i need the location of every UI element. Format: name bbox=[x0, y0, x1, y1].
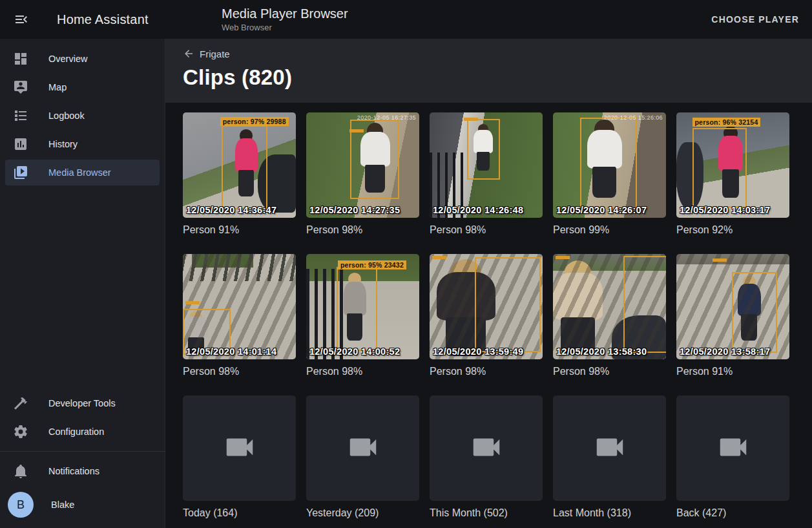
folder-thumbnail bbox=[430, 396, 543, 501]
hammer-icon bbox=[13, 396, 28, 411]
clip-timestamp-overlay: 12/05/2020 14:27:35 bbox=[309, 205, 400, 215]
dialog-title: Media Player Browser bbox=[222, 6, 348, 21]
sidebar-item-notifications[interactable]: Notifications bbox=[5, 458, 160, 484]
clip-timestamp-overlay: 12/05/2020 14:26:48 bbox=[433, 205, 523, 215]
clip-thumbnail: 12/05/2020 13:58:17 bbox=[676, 254, 789, 359]
detection-bounding-box bbox=[475, 257, 541, 352]
clip-card[interactable]: person: 95% 2343212/05/2020 14:00:52Pers… bbox=[306, 254, 419, 381]
breadcrumb-back[interactable]: Frigate bbox=[183, 48, 230, 59]
clip-label: Person 98% bbox=[553, 366, 666, 381]
folder-label: Back (427) bbox=[676, 507, 789, 523]
detection-bounding-box bbox=[692, 128, 747, 207]
clip-label: Person 98% bbox=[183, 366, 296, 381]
folder-label: Yesterday (209) bbox=[306, 507, 419, 523]
clip-timestamp-overlay: 12/05/2020 13:59:49 bbox=[433, 346, 523, 357]
gear-icon bbox=[13, 424, 28, 439]
clip-thumbnail: 2020-12-05 16:27:3512/05/2020 14:27:35 bbox=[306, 112, 419, 218]
clip-card[interactable]: 12/05/2020 14:01:14Person 98% bbox=[183, 254, 296, 381]
logbook-list-icon bbox=[13, 108, 28, 123]
clip-timestamp-overlay: 12/05/2020 14:36:47 bbox=[186, 205, 276, 215]
sidebar: OverviewMapLogbookHistoryMedia Browser D… bbox=[0, 39, 165, 528]
breadcrumb-label: Frigate bbox=[200, 48, 230, 59]
clip-timestamp-overlay: 12/05/2020 14:03:17 bbox=[680, 205, 770, 215]
folder-thumbnail bbox=[183, 396, 296, 501]
sidebar-item-logbook[interactable]: Logbook bbox=[5, 103, 160, 129]
dialog-header: Media Player Browser Web Browser bbox=[222, 6, 348, 32]
folder-label: This Month (502) bbox=[430, 507, 543, 523]
clip-thumbnail: 12/05/2020 14:26:48 bbox=[430, 112, 543, 218]
page-title: Clips (820) bbox=[183, 65, 795, 90]
dashboard-icon bbox=[13, 51, 28, 67]
scene-shape bbox=[183, 254, 296, 281]
clip-thumbnail: 12/05/2020 13:58:30 bbox=[553, 254, 666, 359]
clip-card[interactable]: person: 96% 3215412/05/2020 14:03:17Pers… bbox=[676, 112, 789, 240]
video-camera-icon bbox=[346, 430, 380, 467]
sidebar-item-overview[interactable]: Overview bbox=[5, 46, 160, 72]
sidebar-item-map[interactable]: Map bbox=[5, 74, 160, 100]
folder-label: Today (164) bbox=[183, 507, 296, 523]
clip-card[interactable]: 12/05/2020 13:58:17Person 91% bbox=[676, 254, 789, 381]
clip-thumbnail: 12/05/2020 14:01:14 bbox=[183, 254, 296, 359]
video-camera-icon bbox=[592, 430, 627, 467]
clip-card[interactable]: 12/05/2020 14:26:48Person 98% bbox=[430, 112, 543, 240]
folder-card[interactable]: Today (164) bbox=[183, 396, 296, 523]
user-avatar: B bbox=[8, 492, 34, 518]
clip-label: Person 98% bbox=[430, 366, 543, 381]
clip-label: Person 98% bbox=[430, 224, 543, 240]
media-grid: person: 97% 2998812/05/2020 14:36:47Pers… bbox=[165, 103, 812, 528]
content-header: Frigate Clips (820) bbox=[165, 39, 812, 103]
clip-timestamp-overlay: 12/05/2020 14:01:14 bbox=[186, 346, 276, 357]
detection-bounding-box bbox=[623, 256, 667, 353]
history-chart-icon bbox=[13, 136, 28, 152]
clip-card[interactable]: 12/05/2020 13:59:49Person 98% bbox=[430, 254, 543, 381]
clip-label: Person 91% bbox=[183, 224, 296, 240]
clip-thumbnail: person: 97% 2998812/05/2020 14:36:47 bbox=[183, 112, 296, 218]
clip-label: Person 98% bbox=[306, 224, 419, 240]
folder-thumbnail bbox=[676, 396, 789, 501]
clip-thumbnail: person: 96% 3215412/05/2020 14:03:17 bbox=[676, 112, 789, 218]
arrow-left-icon bbox=[183, 48, 194, 59]
folder-thumbnail bbox=[306, 396, 419, 501]
sidebar-toggle-button[interactable] bbox=[14, 12, 29, 27]
clip-label: Person 92% bbox=[676, 224, 789, 240]
clip-card[interactable]: 2020-12-05 15:26:0612/05/2020 14:26:07Pe… bbox=[553, 112, 666, 240]
clip-card[interactable]: 2020-12-05 16:27:3512/05/2020 14:27:35Pe… bbox=[306, 112, 419, 240]
detection-mini-chip bbox=[432, 256, 446, 259]
scene-shape bbox=[192, 254, 253, 268]
clip-thumbnail: 2020-12-05 15:26:0612/05/2020 14:26:07 bbox=[553, 112, 666, 218]
sidebar-item-history[interactable]: History bbox=[5, 131, 160, 157]
sidebar-item-label: Logbook bbox=[48, 111, 85, 121]
sidebar-item-label: Map bbox=[48, 82, 67, 92]
sidebar-item-label: Configuration bbox=[48, 427, 104, 437]
detection-mini-chip bbox=[185, 301, 200, 304]
clip-card[interactable]: person: 97% 2998812/05/2020 14:36:47Pers… bbox=[183, 112, 296, 240]
detection-bounding-box bbox=[222, 125, 268, 209]
person-figure bbox=[553, 260, 603, 355]
sidebar-item-user[interactable]: B Blake bbox=[5, 489, 160, 520]
sidebar-item-developer-tools[interactable]: Developer Tools bbox=[5, 390, 160, 416]
user-name: Blake bbox=[51, 500, 74, 510]
video-camera-icon bbox=[222, 430, 257, 467]
choose-player-button[interactable]: CHOOSE PLAYER bbox=[706, 9, 804, 30]
sidebar-item-media-browser[interactable]: Media Browser bbox=[5, 160, 160, 185]
sidebar-item-label: Notifications bbox=[48, 466, 99, 476]
video-camera-icon bbox=[716, 430, 751, 467]
detection-mini-chip bbox=[556, 256, 570, 259]
folder-card[interactable]: Back (427) bbox=[676, 396, 789, 523]
folder-card[interactable]: Last Month (318) bbox=[553, 396, 666, 523]
folder-card[interactable]: Yesterday (209) bbox=[306, 396, 419, 523]
camera-osd-timestamp: 2020-12-05 15:26:06 bbox=[604, 114, 663, 121]
sidebar-nav-bottom: Developer ToolsConfiguration bbox=[0, 388, 165, 447]
sidebar-item-label: History bbox=[48, 139, 78, 149]
clip-card[interactable]: 12/05/2020 13:58:30Person 98% bbox=[553, 254, 666, 381]
detection-mini-chip bbox=[349, 129, 364, 132]
sidebar-item-configuration[interactable]: Configuration bbox=[5, 419, 160, 445]
sidebar-item-label: Overview bbox=[48, 54, 87, 64]
sidebar-item-label: Developer Tools bbox=[48, 398, 116, 408]
app-title: Home Assistant bbox=[57, 12, 149, 27]
clip-timestamp-overlay: 12/05/2020 13:58:17 bbox=[680, 346, 770, 357]
detection-bounding-box bbox=[467, 119, 500, 180]
map-account-icon bbox=[13, 79, 28, 95]
detection-label-chip: person: 97% 29988 bbox=[220, 117, 289, 126]
folder-card[interactable]: This Month (502) bbox=[430, 396, 543, 523]
